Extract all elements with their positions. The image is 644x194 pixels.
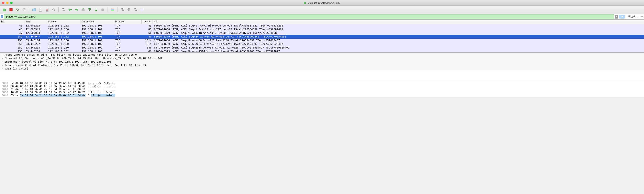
open-file-button[interactable] xyxy=(31,7,37,13)
wireshark-icon xyxy=(304,2,306,4)
svg-point-7 xyxy=(62,8,64,10)
filter-clear-button[interactable]: ✕ xyxy=(615,15,618,18)
detail-row[interactable]: ▶Ethernet II, Src: ActionSt_24:99:6b (00… xyxy=(0,56,644,60)
window-title: USB 10/100/1000 LAN: en7 xyxy=(304,1,340,4)
stop-capture-button[interactable] xyxy=(8,7,14,13)
detail-row[interactable]: ▶Internet Protocol Version 4, Src: 192.1… xyxy=(0,60,644,64)
col-length[interactable]: Length xyxy=(142,20,153,24)
display-filter-input[interactable] xyxy=(4,14,614,19)
zoom-out-button[interactable] xyxy=(126,7,132,13)
expand-icon: ▶ xyxy=(2,64,4,66)
go-back-button[interactable] xyxy=(67,7,73,13)
svg-rect-18 xyxy=(111,8,114,9)
detail-row[interactable]: ▶Transmission Control Protocol, Src Port… xyxy=(0,64,644,67)
minimize-window-button[interactable] xyxy=(6,2,8,4)
close-file-button[interactable] xyxy=(44,7,50,13)
capture-options-button[interactable] xyxy=(21,7,27,13)
hex-row[interactable]: 00006c 0b 84 09 bc 9d 00 24 9b 24 99 6b … xyxy=(0,82,644,84)
resize-columns-button[interactable] xyxy=(139,7,145,13)
go-first-button[interactable] xyxy=(87,7,92,13)
packet-row[interactable]: 25053.446184192.168.1.100192.168.1.102TC… xyxy=(0,39,644,42)
packet-row[interactable]: 4712.607003192.168.1.102192.168.1.100TCP… xyxy=(0,32,644,35)
filter-apply-button[interactable] xyxy=(619,15,625,18)
packet-row[interactable]: 25153.446207192.168.1.100192.168.1.102TC… xyxy=(0,42,644,46)
expand-icon: ▶ xyxy=(2,57,4,59)
filter-bar: ✕ 表达式… + xyxy=(0,14,644,20)
col-protocol[interactable]: Protocol xyxy=(114,20,142,24)
go-forward-button[interactable] xyxy=(74,7,80,13)
packet-list-header: No. Time Source Destination Protocol Len… xyxy=(0,20,644,24)
svg-rect-20 xyxy=(111,10,114,11)
svg-rect-3 xyxy=(39,8,42,12)
filter-expression-button[interactable]: 表达式… xyxy=(626,15,640,18)
toolbar-separator xyxy=(118,7,118,12)
reload-button[interactable] xyxy=(51,7,56,13)
toolbar-separator xyxy=(108,7,108,12)
toolbar-separator xyxy=(58,7,59,12)
hex-row[interactable]: 004053 ca 2a 31 0d 0a 24 34 0d 0a 69 6e … xyxy=(0,94,644,97)
window-controls xyxy=(0,2,13,4)
expand-icon: ▶ xyxy=(2,68,4,70)
filter-bookmark-button[interactable] xyxy=(0,15,4,18)
col-no[interactable]: No. xyxy=(0,20,24,24)
svg-text:1: 1 xyxy=(134,9,136,10)
packet-list[interactable]: 4512.606215192.168.1.102192.168.1.100TCP… xyxy=(0,24,644,52)
expand-icon: ▶ xyxy=(2,54,4,56)
packet-details[interactable]: ▶Frame 249: 80 bytes on wire (640 bits),… xyxy=(0,52,644,71)
window-title-text: USB 10/100/1000 LAN: en7 xyxy=(308,1,340,4)
svg-line-8 xyxy=(64,10,65,11)
hex-row[interactable]: 002001 64 f0 be 18 eb d1 de 3b bd 12 ac … xyxy=(0,88,644,91)
zoom-reset-button[interactable]: 1 xyxy=(133,7,138,13)
expand-icon: ▶ xyxy=(2,60,4,63)
detail-row[interactable]: ▶Data (14 bytes) xyxy=(0,67,644,70)
detail-row[interactable]: ▶Frame 249: 80 bytes on wire (640 bits),… xyxy=(0,53,644,56)
zoom-window-button[interactable] xyxy=(10,2,13,4)
close-window-button[interactable] xyxy=(2,2,4,4)
packet-row[interactable]: 4512.606215192.168.1.102192.168.1.100TCP… xyxy=(0,24,644,28)
details-blank-area xyxy=(0,71,644,81)
zoom-in-button[interactable] xyxy=(120,7,126,13)
start-capture-button[interactable] xyxy=(2,7,7,13)
col-source[interactable]: Source xyxy=(47,20,80,24)
packet-row[interactable]: 25253.446213192.168.1.100192.168.1.102TC… xyxy=(0,46,644,50)
main-toolbar: 1 xyxy=(0,6,644,14)
go-last-button[interactable] xyxy=(93,7,99,13)
svg-line-29 xyxy=(136,10,137,11)
packet-bytes[interactable]: 00006c 0b 84 09 bc 9d 00 24 9b 24 99 6b … xyxy=(0,81,644,97)
svg-point-2 xyxy=(24,9,24,10)
packet-row[interactable]: 24953.444947192.168.1.102192.168.1.100TC… xyxy=(0,35,644,39)
svg-line-26 xyxy=(130,10,130,11)
hex-row[interactable]: 003010 00 4c 89 00 00 01 01 08 0a 33 3c … xyxy=(0,91,644,94)
restart-capture-button[interactable] xyxy=(15,7,20,13)
svg-line-22 xyxy=(123,10,124,11)
hex-row[interactable]: 001000 42 00 00 40 00 40 06 b6 9b c0 a8 … xyxy=(0,84,644,88)
col-destination[interactable]: Destination xyxy=(80,20,114,24)
go-to-packet-button[interactable] xyxy=(80,7,86,13)
find-packet-button[interactable] xyxy=(61,7,66,13)
packet-row[interactable]: 4612.606945192.168.1.100192.168.1.102TCP… xyxy=(0,28,644,32)
svg-rect-19 xyxy=(111,9,114,10)
col-time[interactable]: Time xyxy=(24,20,47,24)
auto-scroll-button[interactable] xyxy=(100,7,106,13)
svg-rect-0 xyxy=(10,8,12,11)
filter-add-button[interactable]: + xyxy=(640,15,644,18)
col-info[interactable]: Info xyxy=(153,20,644,24)
packet-row[interactable]: 25353.446268192.168.1.102192.168.1.100TC… xyxy=(0,50,644,52)
save-file-button[interactable] xyxy=(38,7,44,13)
colorize-button[interactable] xyxy=(110,7,116,13)
titlebar: USB 10/100/1000 LAN: en7 xyxy=(0,0,644,6)
